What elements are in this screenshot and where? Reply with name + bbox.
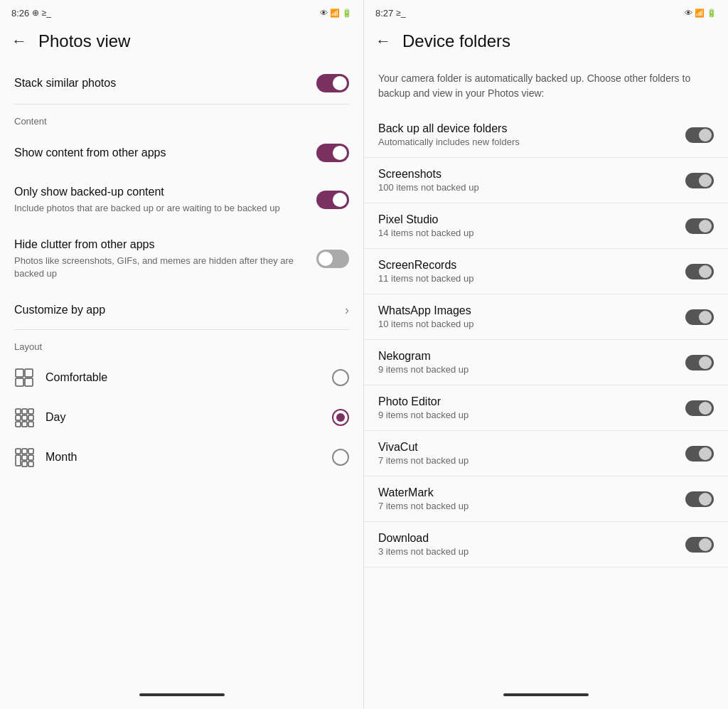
folder-toggle-7[interactable] bbox=[685, 446, 714, 462]
status-bar-left: 8:26 ⊕ ≥_ 👁 📶 🔋 bbox=[0, 0, 363, 23]
svg-rect-6 bbox=[28, 409, 33, 414]
stack-similar-label: Stack similar photos bbox=[14, 76, 305, 91]
folder-sub: 7 items not backed up bbox=[378, 455, 685, 466]
svg-rect-18 bbox=[28, 455, 33, 460]
folder-sub: 7 items not backed up bbox=[378, 501, 685, 511]
folder-sub: 9 items not backed up bbox=[378, 410, 685, 420]
svg-rect-9 bbox=[28, 415, 33, 420]
toggle-knob bbox=[318, 252, 333, 266]
setting-show-content: Show content from other apps bbox=[0, 132, 363, 174]
layout-month[interactable]: Month bbox=[0, 437, 363, 477]
folder-row: Screenshots 100 items not backed up bbox=[364, 158, 728, 203]
folder-name: VivaCut bbox=[378, 441, 685, 454]
hide-clutter-toggle[interactable] bbox=[316, 250, 349, 268]
folder-row: ScreenRecords 11 items not backed up bbox=[364, 249, 728, 294]
toggle-knob bbox=[333, 76, 347, 90]
toggle-knob bbox=[333, 146, 347, 160]
customize-by-app-label: Customize by app bbox=[14, 303, 333, 318]
setting-only-backed-up: Only show backed-up content Include phot… bbox=[0, 174, 363, 226]
svg-rect-17 bbox=[22, 455, 27, 460]
status-time-left: 8:26 ⊕ ≥_ bbox=[11, 8, 51, 18]
svg-rect-7 bbox=[16, 415, 21, 420]
nav-bar-left bbox=[0, 686, 363, 709]
layout-section-label: Layout bbox=[0, 330, 363, 358]
month-radio[interactable] bbox=[332, 449, 349, 466]
svg-rect-2 bbox=[16, 378, 23, 386]
comfortable-radio[interactable] bbox=[332, 369, 349, 386]
description-text: Your camera folder is automatically back… bbox=[364, 63, 728, 112]
page-title-left: Photos view bbox=[38, 31, 130, 51]
nav-indicator-left bbox=[139, 693, 225, 696]
radio-dot bbox=[336, 413, 345, 422]
hide-clutter-label: Hide clutter from other apps bbox=[14, 238, 305, 252]
folder-toggle-5[interactable] bbox=[685, 355, 714, 371]
layout-comfortable[interactable]: Comfortable bbox=[0, 358, 363, 398]
nav-indicator-right bbox=[503, 693, 589, 696]
svg-rect-4 bbox=[16, 409, 21, 414]
svg-rect-5 bbox=[22, 409, 27, 414]
folder-name: Screenshots bbox=[378, 168, 685, 181]
svg-rect-1 bbox=[25, 369, 33, 377]
nav-bar-right bbox=[364, 686, 728, 709]
folder-toggle-6[interactable] bbox=[685, 400, 714, 416]
layout-day[interactable]: Day bbox=[0, 398, 363, 437]
page-header-right: ← Device folders bbox=[364, 23, 728, 63]
svg-rect-12 bbox=[28, 422, 33, 427]
chevron-right-icon: › bbox=[345, 303, 349, 318]
day-icon bbox=[14, 407, 34, 427]
folder-toggle-3[interactable] bbox=[685, 264, 714, 279]
content-section-label: Content bbox=[0, 105, 363, 132]
setting-hide-clutter: Hide clutter from other apps Photos like… bbox=[0, 226, 363, 292]
folder-name: WhatsApp Images bbox=[378, 304, 685, 317]
page-header-left: ← Photos view bbox=[0, 23, 363, 63]
page-title-right: Device folders bbox=[402, 31, 510, 51]
svg-rect-8 bbox=[22, 415, 27, 420]
status-time-right: 8:27 ≥_ bbox=[375, 8, 406, 18]
day-label: Day bbox=[46, 411, 321, 424]
folder-name: Photo Editor bbox=[378, 395, 685, 408]
setting-stack-similar: Stack similar photos bbox=[0, 63, 363, 104]
folder-sub: Automatically includes new folders bbox=[378, 137, 685, 147]
folder-sub: 3 items not backed up bbox=[378, 546, 685, 557]
folder-toggle-4[interactable] bbox=[685, 309, 714, 325]
show-content-toggle[interactable] bbox=[316, 144, 349, 162]
folder-row: WaterMark 7 items not backed up bbox=[364, 476, 728, 522]
toggle-knob bbox=[333, 193, 347, 207]
folder-row: Pixel Studio 14 items not backed up bbox=[364, 203, 728, 249]
status-icons-left: 👁 📶 🔋 bbox=[320, 9, 352, 18]
folder-toggle-8[interactable] bbox=[685, 491, 714, 507]
back-button-left[interactable]: ← bbox=[11, 32, 27, 50]
folder-name: Download bbox=[378, 532, 685, 545]
folder-row: Back up all device folders Automatically… bbox=[364, 112, 728, 158]
svg-rect-15 bbox=[28, 449, 33, 454]
svg-rect-20 bbox=[28, 462, 33, 467]
comfortable-icon bbox=[14, 368, 34, 388]
svg-rect-0 bbox=[16, 369, 23, 377]
back-button-right[interactable]: ← bbox=[375, 32, 391, 50]
customize-by-app-row[interactable]: Customize by app › bbox=[0, 292, 363, 329]
svg-rect-3 bbox=[25, 378, 33, 386]
folder-name: WaterMark bbox=[378, 486, 685, 499]
status-bar-right: 8:27 ≥_ 👁 📶 🔋 bbox=[364, 0, 728, 23]
svg-rect-11 bbox=[22, 422, 27, 427]
svg-rect-19 bbox=[22, 462, 27, 467]
folder-sub: 9 items not backed up bbox=[378, 364, 685, 375]
folder-toggle-0[interactable] bbox=[685, 127, 714, 143]
left-panel: 8:26 ⊕ ≥_ 👁 📶 🔋 ← Photos view Stack simi… bbox=[0, 0, 364, 709]
folder-row: Nekogram 9 items not backed up bbox=[364, 340, 728, 385]
svg-rect-13 bbox=[16, 449, 21, 454]
svg-rect-14 bbox=[22, 449, 27, 454]
folder-toggle-2[interactable] bbox=[685, 218, 714, 234]
only-backed-up-toggle[interactable] bbox=[316, 191, 349, 209]
folder-toggle-9[interactable] bbox=[685, 537, 714, 553]
folder-sub: 10 items not backed up bbox=[378, 319, 685, 329]
status-icons-right: 👁 📶 🔋 bbox=[685, 9, 717, 18]
only-backed-up-sublabel: Include photos that are backed up or are… bbox=[14, 202, 305, 215]
svg-rect-10 bbox=[16, 422, 21, 427]
folder-toggle-1[interactable] bbox=[685, 173, 714, 188]
stack-similar-toggle[interactable] bbox=[316, 74, 349, 92]
comfortable-label: Comfortable bbox=[46, 371, 321, 384]
day-radio[interactable] bbox=[332, 409, 349, 426]
folder-name: Nekogram bbox=[378, 350, 685, 363]
folder-sub: 14 items not backed up bbox=[378, 228, 685, 238]
